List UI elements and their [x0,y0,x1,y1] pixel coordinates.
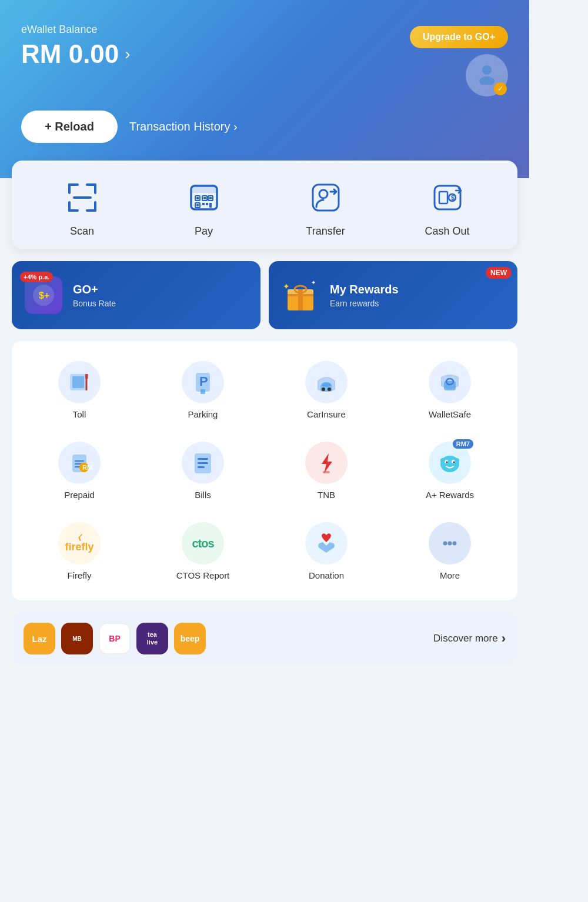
header-top: eWallet Balance RM 0.00 › Upgrade to GO+… [21,24,508,96]
scan-action[interactable]: Scan [21,177,143,238]
svg-point-69 [453,462,455,463]
svg-text:RM: RM [82,464,92,471]
prepaid-service[interactable]: RM Prepaid [18,433,141,508]
svg-text:$+: $+ [39,290,49,300]
marrybrown-logo[interactable]: MB [61,623,93,654]
svg-rect-64 [323,471,330,473]
ctos-label: CTOS Report [176,570,230,580]
transfer-action[interactable]: Transfer [265,177,386,238]
svg-rect-41 [72,376,84,388]
reload-button[interactable]: + Reload [21,111,118,143]
bills-label: Bills [195,490,211,500]
parking-service[interactable]: P Parking [141,353,265,427]
toll-label: Toll [73,409,86,419]
bp-logo[interactable]: BP [99,623,131,654]
more-label: More [440,570,460,580]
rewards-subtitle: Earn rewards [330,299,399,308]
cashout-action[interactable]: $ Cash Out [386,177,508,238]
go-plus-icon: +4% p.a. $+ [25,276,62,314]
go-plus-card[interactable]: +4% p.a. $+ GO+ Bonus Rate [12,261,260,329]
balance-amount[interactable]: RM 0.00 › [21,39,131,69]
cashout-label: Cash Out [425,225,469,238]
rm7-badge: RM7 [453,439,473,449]
svg-rect-14 [196,197,199,199]
svg-rect-60 [198,458,208,460]
avatar-verified-badge: ✓ [494,82,507,95]
svg-text:$: $ [451,195,455,201]
transaction-history-link[interactable]: Transaction History › [129,120,238,133]
svg-rect-36 [288,294,313,296]
tnb-service[interactable]: TNB [265,433,388,508]
svg-point-0 [482,65,492,75]
firefly-service[interactable]: ❮ firefly Firefly [18,514,141,589]
beep-logo[interactable]: beep [174,623,206,654]
walletsafe-label: WalletSafe [429,409,471,419]
promo-row: +4% p.a. $+ GO+ Bonus Rate NEW [12,261,517,329]
toll-icon [58,361,101,403]
prepaid-icon: RM [58,442,101,484]
tealive-logo[interactable]: tealive [136,623,168,654]
svg-point-70 [440,458,445,463]
walletsafe-service[interactable]: WalletSafe [388,353,512,427]
rewards-text: My Rewards Earn rewards [330,283,399,308]
my-rewards-card[interactable]: NEW ✦ ✦ My Rewards Earn rewards [269,261,517,329]
svg-rect-62 [198,466,205,468]
header-section: eWallet Balance RM 0.00 › Upgrade to GO+… [0,0,529,178]
discovery-bar: Laz MB BP tealive beep Discover more › [12,612,517,665]
svg-rect-46 [201,389,205,394]
transfer-icon [305,177,346,218]
svg-rect-7 [68,201,71,212]
carinsure-icon [305,361,348,403]
svg-rect-18 [209,197,212,199]
svg-rect-28 [439,192,447,203]
services-grid: Toll P Parking [18,353,512,589]
cashout-icon: $ [427,177,468,218]
scan-icon [62,177,103,218]
parking-label: Parking [188,409,218,419]
more-service[interactable]: More [388,514,512,589]
ctos-text: ctos [192,537,213,550]
arewards-icon: RM7 [429,442,471,484]
go-plus-icon-wrap: +4% p.a. $+ [22,274,65,316]
svg-text:P: P [199,374,208,389]
quick-actions-card: Scan Pay [12,161,517,249]
balance-info: eWallet Balance RM 0.00 › [21,24,131,69]
tnb-label: TNB [318,490,335,500]
carinsure-service[interactable]: CarInsure [265,353,388,427]
tnb-icon [305,442,348,484]
svg-rect-22 [206,203,208,205]
pay-action[interactable]: Pay [143,177,265,238]
svg-point-49 [322,387,325,391]
upgrade-button[interactable]: Upgrade to GO+ [410,26,508,48]
svg-rect-16 [203,197,206,199]
svg-rect-43 [85,374,88,379]
bills-service[interactable]: Bills [141,433,265,508]
svg-rect-48 [322,382,331,387]
go-plus-text: GO+ Bonus Rate [73,283,116,308]
arewards-service[interactable]: RM7 A+ Rewards [388,433,512,508]
svg-rect-20 [196,204,199,206]
discover-arrow-icon: › [502,631,506,646]
avatar[interactable]: ✓ [466,54,508,96]
go-plus-title: GO+ [73,283,116,296]
svg-point-26 [319,190,328,198]
svg-rect-24 [209,205,212,208]
svg-rect-61 [198,462,208,464]
partner-logos: Laz MB BP tealive beep [24,623,425,654]
ctos-service[interactable]: ctos CTOS Report [141,514,265,589]
svg-text:✦: ✦ [283,282,290,291]
toll-service[interactable]: Toll [18,353,141,427]
header-right: Upgrade to GO+ ✓ [410,24,508,96]
lazada-logo[interactable]: Laz [24,623,55,654]
donation-service[interactable]: Donation [265,514,388,589]
arewards-label: A+ Rewards [426,490,474,500]
svg-rect-5 [94,183,96,194]
balance-arrow[interactable]: › [125,45,130,64]
svg-rect-9 [94,201,96,212]
donation-icon [305,522,348,564]
svg-rect-54 [75,460,84,462]
action-row: + Reload Transaction History › [21,111,508,143]
discover-more-link[interactable]: Discover more › [433,631,506,646]
svg-point-68 [446,462,448,463]
scan-label: Scan [70,225,94,238]
